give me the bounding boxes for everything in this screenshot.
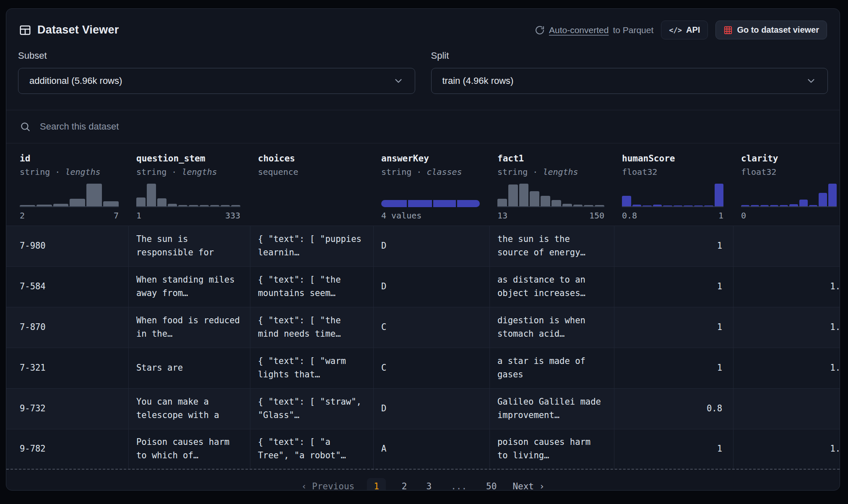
cell-choices[interactable]: { "text": [ "the mountains seem… (250, 267, 374, 307)
cell-fact1[interactable]: the sun is the source of energy… (490, 226, 614, 266)
next-button[interactable]: Next › (512, 481, 544, 491)
hist-max: 1 (718, 210, 723, 221)
cell-clarity[interactable]: 1. (734, 267, 840, 307)
refresh-icon (535, 25, 545, 35)
cell-id[interactable]: 7-584 (6, 267, 129, 307)
api-button[interactable]: </> API (661, 21, 708, 39)
search-bar (6, 110, 840, 143)
cell-question-stem[interactable]: The sun is responsible for (129, 226, 250, 266)
hist-min: 0 (741, 210, 746, 221)
page-button-3[interactable]: 3 (423, 478, 435, 491)
cell-answer-key[interactable]: C (374, 348, 490, 388)
go-to-dataset-viewer-button[interactable]: Go to dataset viewer (715, 21, 827, 39)
cell-question-stem[interactable]: When standing miles away from… (129, 267, 250, 307)
split-select-value: train (4.96k rows) (442, 75, 514, 86)
search-icon (20, 121, 31, 132)
auto-converted-note: Auto-converted to Parquet (535, 25, 653, 35)
hist-min: 2 (20, 210, 25, 221)
cell-answer-key[interactable]: C (374, 307, 490, 348)
cell-choices[interactable]: { "text": [ "warm lights that… (250, 348, 374, 388)
cell-clarity[interactable]: 1. (734, 348, 840, 388)
previous-button[interactable]: ‹ Previous (302, 481, 354, 491)
column-header-answer-key: answerKey string · classes 4 values (374, 143, 490, 226)
cell-fact1[interactable]: digestion is when stomach acid… (490, 307, 614, 348)
table-row: 7-980 The sun is responsible for { "text… (6, 226, 840, 266)
hist-max: 333 (225, 210, 240, 221)
cell-id[interactable]: 7-321 (6, 348, 129, 388)
cell-human-score[interactable]: 1 (614, 226, 734, 266)
cell-human-score[interactable]: 0.8 (614, 389, 734, 429)
split-select[interactable]: train (4.96k rows) (431, 68, 828, 94)
page-button-50[interactable]: 50 (483, 478, 500, 491)
subset-label: Subset (18, 50, 415, 61)
column-header-human-score: humanScore float32 0.81 (614, 143, 734, 226)
cell-clarity[interactable] (734, 226, 840, 266)
cell-id[interactable]: 9-782 (6, 429, 129, 469)
hist-max: 7 (114, 210, 119, 221)
column-header-question-stem: question_stem string · lengths 1333 (129, 143, 250, 226)
histogram-fact1[interactable] (497, 184, 604, 207)
cell-clarity[interactable]: 1. (734, 429, 840, 469)
cell-answer-key[interactable]: D (374, 226, 490, 266)
page-button-1[interactable]: 1 (367, 478, 386, 491)
cell-fact1[interactable]: as distance to an object increases… (490, 267, 614, 307)
histogram-question-stem[interactable] (136, 184, 240, 207)
page-button-2[interactable]: 2 (398, 478, 411, 491)
cell-human-score[interactable]: 1 (614, 307, 734, 348)
table-row: 7-321 Stars are { "text": [ "warm lights… (6, 348, 840, 388)
table-row: 9-782 Poison causes harm to which of… { … (6, 429, 840, 470)
histogram-id[interactable] (20, 184, 119, 207)
cell-human-score[interactable]: 1 (614, 267, 734, 307)
page-ellipsis: ... (447, 478, 470, 491)
go-button-label: Go to dataset viewer (737, 25, 819, 35)
cell-human-score[interactable]: 1 (614, 429, 734, 469)
cell-fact1[interactable]: Galileo Galilei made improvement… (490, 389, 614, 429)
hist-min: 13 (497, 210, 507, 221)
auto-converted-link[interactable]: Auto-converted (549, 25, 609, 35)
cell-answer-key[interactable]: A (374, 429, 490, 469)
subset-select[interactable]: additional (5.96k rows) (18, 68, 415, 94)
table-body: 7-980 The sun is responsible for { "text… (6, 226, 840, 470)
code-icon: </> (669, 26, 682, 34)
table-row: 7-584 When standing miles away from… { "… (6, 266, 840, 307)
pagination: ‹ Previous 1 2 3 ... 50 Next › (6, 470, 840, 491)
title-bar: Dataset Viewer Auto-converted to Parquet… (6, 9, 840, 39)
chevron-down-icon (393, 75, 404, 86)
cell-id[interactable]: 9-732 (6, 389, 129, 429)
cell-fact1[interactable]: a star is made of gases (490, 348, 614, 388)
cell-question-stem[interactable]: Poison causes harm to which of… (129, 429, 250, 469)
table-icon (19, 24, 31, 36)
cell-answer-key[interactable]: D (374, 267, 490, 307)
auto-converted-suffix: to Parquet (613, 25, 653, 35)
cell-clarity[interactable]: 1. (734, 307, 840, 348)
histogram-human-score[interactable] (622, 184, 723, 207)
hist-min: 1 (136, 210, 141, 221)
cell-choices[interactable]: { "text": [ "a Tree", "a robot"… (250, 429, 374, 469)
grid-icon (723, 26, 733, 35)
hist-min: 0.8 (622, 210, 637, 221)
search-input[interactable] (40, 121, 826, 132)
table-row: 9-732 You can make a telescope with a { … (6, 388, 840, 429)
chevron-down-icon (806, 75, 817, 86)
cell-question-stem[interactable]: You can make a telescope with a (129, 389, 250, 429)
hist-max: 150 (589, 210, 604, 221)
column-header-choices: choices sequence (250, 143, 374, 226)
cell-question-stem[interactable]: When food is reduced in the… (129, 307, 250, 348)
cell-choices[interactable]: { "text": [ "straw", "Glass"… (250, 389, 374, 429)
cell-question-stem[interactable]: Stars are (129, 348, 250, 388)
cell-id[interactable]: 7-870 (6, 307, 129, 348)
cell-fact1[interactable]: poison causes harm to living… (490, 429, 614, 469)
cell-choices[interactable]: { "text": [ "the mind needs time… (250, 307, 374, 348)
hist-min: 4 values (381, 210, 421, 221)
column-header-id: id string · lengths 27 (6, 143, 129, 226)
cell-human-score[interactable]: 1 (614, 348, 734, 388)
dataset-viewer-card: Dataset Viewer Auto-converted to Parquet… (6, 8, 840, 491)
subset-select-value: additional (5.96k rows) (29, 75, 122, 86)
cell-choices[interactable]: { "text": [ "puppies learnin… (250, 226, 374, 266)
cell-id[interactable]: 7-980 (6, 226, 129, 266)
table-row: 7-870 When food is reduced in the… { "te… (6, 307, 840, 348)
cell-clarity[interactable] (734, 389, 840, 429)
classes-bar-answer-key[interactable] (381, 184, 480, 207)
histogram-clarity[interactable] (741, 184, 837, 207)
cell-answer-key[interactable]: D (374, 389, 490, 429)
